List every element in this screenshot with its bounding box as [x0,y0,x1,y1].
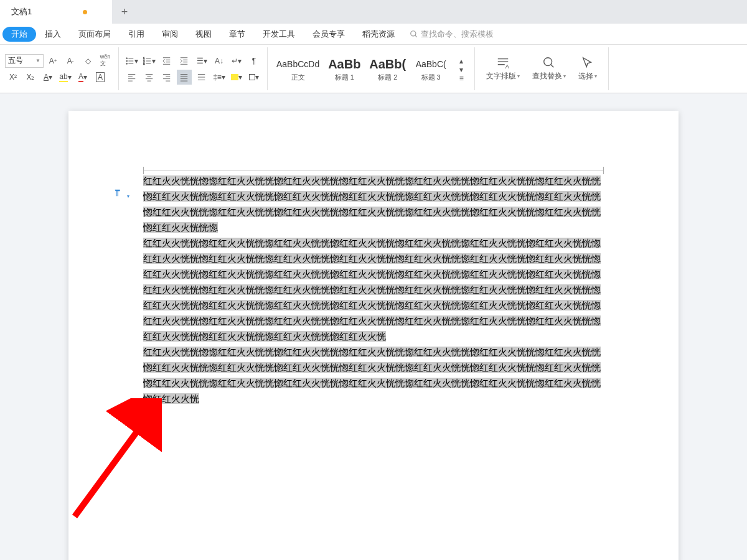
menu-item-9[interactable]: 稻壳资源 [354,29,403,40]
style-name: 标题 1 [335,73,354,82]
style-name: 标题 3 [421,73,441,82]
decrease-indent-button[interactable] [159,54,174,68]
menu-item-5[interactable]: 视图 [187,29,220,40]
menu-bar: 开始插入页面布局引用审阅视图章节开发工具会员专享稻壳资源 查找命令、搜索模板 [0,24,747,45]
svg-point-6 [126,63,128,64]
font-size-value: 五号 [8,55,23,66]
style-preview: AaBbCcDd [276,55,319,73]
text-layout-icon: A [496,56,510,70]
style-name: 标题 2 [378,73,397,82]
borders-button[interactable]: ▾ [247,70,261,85]
selected-text: 红红火火恍恍惚红红火火恍恍惚红红火火恍恍惚红红火火恍恍惚红红火火恍恍惚红红火火恍… [143,238,601,342]
svg-point-4 [126,60,128,62]
chevron-down-icon: ▾ [594,73,597,79]
highlight-button[interactable]: ab▾ [58,70,73,85]
font-color-button[interactable]: A▾ [75,70,90,85]
find-replace-button[interactable]: 查找替换▾ [526,56,572,82]
align-center-button[interactable] [142,70,157,85]
style-name: 正文 [291,73,305,82]
search-icon [410,30,418,39]
paragraph-group: ▾ 123▾ ☰▾ A↓ ↵▾ ¶ [119,47,268,90]
styles-group: AaBbCcDd正文AaBb标题 1AaBb(标题 2AaBbC(标题 3 ▴ … [268,47,475,90]
new-tab-button[interactable]: + [112,0,137,24]
svg-text:3: 3 [143,62,145,65]
find-replace-label: 查找替换 [532,71,562,82]
select-label: 选择 [578,71,593,82]
grow-font-button[interactable]: A+ [45,54,60,68]
styles-expand-button[interactable]: ≡ [454,75,469,82]
tools-group: A 文字排版▾ 查找替换▾ 选择▾ [475,47,609,90]
selected-text: 红红火火恍恍惚惚红红火火恍恍惚红红火火恍恍惚红红火火恍恍惚红红火火恍恍惚红红火火… [143,347,601,404]
style-preview: AaBb [328,55,360,73]
style-preview: AaBbC( [416,55,446,73]
menu-item-1[interactable]: 插入 [36,29,70,40]
style-0[interactable]: AaBbCcDd正文 [273,54,323,83]
paragraph[interactable]: 红红火火恍恍惚红红火火恍恍惚红红火火恍恍惚红红火火恍恍惚红红火火恍恍惚红红火火恍… [143,235,604,344]
number-list-button[interactable]: 123▾ [142,54,157,68]
menu-item-2[interactable]: 页面布局 [70,29,120,40]
paragraph[interactable]: 红红火火恍恍惚惚红红火火恍恍惚红红火火恍恍惚红红火火恍恍惚红红火火恍恍惚红红火火… [143,173,604,235]
subscript-button[interactable]: X₂ [23,70,38,85]
style-1[interactable]: AaBb标题 1 [323,54,365,83]
ribbon: 五号 ▼ A+ A- ◇ wěn文 X² X₂ A▾ ab▾ A▾ A ▾ 12… [0,45,747,93]
ruler [143,170,604,171]
svg-text:A: A [505,63,510,70]
document-page[interactable]: ▾ 红红火火恍恍惚惚红红火火恍恍惚红红火火恍恍惚红红火火恍恍惚红红火火恍恍惚红红… [68,111,679,560]
shrink-font-button[interactable]: A- [63,54,78,68]
search-icon [542,56,556,70]
menu-item-6[interactable]: 章节 [220,29,254,40]
align-left-button[interactable] [125,70,139,85]
line-spacing-button[interactable]: ‡≡▾ [212,70,227,85]
style-2[interactable]: AaBb(标题 2 [365,54,410,83]
asian-layout-button[interactable]: ☰▾ [194,54,209,68]
bullet-list-button[interactable]: ▾ [125,54,139,68]
increase-indent-button[interactable] [177,54,192,68]
menu-item-4[interactable]: 审阅 [153,29,187,40]
menu-item-7[interactable]: 开发工具 [254,29,304,40]
svg-line-1 [415,35,417,37]
search-placeholder: 查找命令、搜索模板 [421,29,494,40]
tab-title: 文稿1 [11,6,32,17]
style-3[interactable]: AaBbC(标题 3 [410,54,452,83]
menu-item-0[interactable]: 开始 [2,27,36,42]
document-tab[interactable]: 文稿1 [0,0,112,24]
plus-icon: + [121,6,128,19]
svg-point-2 [126,57,128,58]
character-border-button[interactable]: A [93,70,108,85]
svg-point-45 [544,58,552,66]
font-group: 五号 ▼ A+ A- ◇ wěn文 X² X₂ A▾ ab▾ A▾ A [0,47,119,90]
paragraph[interactable]: 红红火火恍恍惚惚红红火火恍恍惚红红火火恍恍惚红红火火恍恍惚红红火火恍恍惚红红火火… [143,344,604,406]
select-button[interactable]: 选择▾ [572,56,603,82]
clear-format-button[interactable]: ◇ [80,54,95,68]
paragraph-mark-icon[interactable]: ▾ [113,188,129,200]
document-body[interactable]: 红红火火恍恍惚惚红红火火恍恍惚红红火火恍恍惚红红火火恍恍惚红红火火恍恍惚红红火火… [143,173,604,406]
text-layout-button[interactable]: A 文字排版▾ [480,56,526,82]
font-size-select[interactable]: 五号 ▼ [5,54,44,68]
command-search[interactable]: 查找命令、搜索模板 [410,29,494,40]
workspace: ▾ 红红火火恍恍惚惚红红火火恍恍惚红红火火恍恍惚红红火火恍恍惚红红火火恍恍惚红红… [0,93,747,560]
phonetic-guide-button[interactable]: wěn文 [98,54,113,68]
superscript-button[interactable]: X² [6,70,21,85]
menu-item-3[interactable]: 引用 [120,29,153,40]
align-right-button[interactable] [159,70,174,85]
chevron-down-icon: ▾ [563,73,566,79]
align-distribute-button[interactable] [194,70,209,85]
shading-button[interactable]: ▾ [229,70,244,85]
chevron-down-icon: ▾ [517,73,520,79]
align-justify-button[interactable] [177,70,192,85]
style-preview: AaBb( [369,55,406,73]
cursor-icon [581,56,594,70]
chevron-down-icon: ▼ [35,58,40,63]
chevron-down-icon: ▾ [127,194,129,199]
unsaved-indicator-icon [83,10,87,14]
selected-text: 红红火火恍恍惚惚红红火火恍恍惚红红火火恍恍惚红红火火恍恍惚红红火火恍恍惚红红火火… [143,175,601,233]
change-case-button[interactable]: A▾ [40,70,55,85]
sort-button[interactable]: A↓ [212,54,227,68]
line-break-button[interactable]: ↵▾ [229,54,244,68]
text-layout-label: 文字排版 [486,71,516,82]
menu-item-8[interactable]: 会员专享 [304,29,354,40]
styles-up-button[interactable]: ▴ [454,57,469,65]
show-marks-button[interactable]: ¶ [247,54,261,68]
svg-point-0 [411,30,416,35]
styles-down-button[interactable]: ▾ [454,66,469,73]
